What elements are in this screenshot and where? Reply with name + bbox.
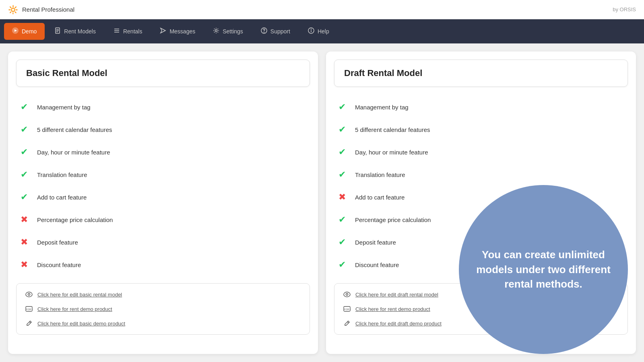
list-item: ✔ Management by tag — [334, 97, 628, 117]
feature-label: Add to cart feature — [355, 194, 405, 201]
link-edit-basic-label: Click here for edit basic rental model — [37, 292, 122, 298]
feature-label: 5 different calendar features — [355, 126, 430, 133]
svg-point-15 — [311, 29, 311, 29]
svg-point-12 — [264, 32, 264, 33]
nav-help-label: Help — [318, 28, 329, 35]
nav-demo-label: Demo — [22, 28, 37, 35]
top-bar-left: 🔆 Rental Professional — [8, 5, 74, 14]
help-circle-icon — [261, 27, 267, 35]
feature-label: Translation feature — [37, 171, 87, 178]
nav-support-label: Support — [270, 28, 290, 35]
nav-bar: Demo Rent Models Rentals Messages Settin… — [0, 19, 644, 43]
app-by: by ORSIS — [613, 6, 636, 12]
list-item: ✔ Day, hour or minute feature — [16, 142, 310, 162]
nav-item-demo[interactable]: Demo — [4, 23, 45, 40]
cross-icon: ✖ — [18, 213, 31, 226]
info-icon — [308, 27, 314, 35]
nav-rent-models-label: Rent Models — [64, 28, 96, 35]
feature-label: 5 different calendar features — [37, 126, 112, 133]
list-item: ✔ 5 different calendar features — [334, 119, 628, 140]
feature-label: Deposit feature — [37, 239, 78, 246]
feature-label: Add to cart feature — [37, 194, 87, 201]
link-edit-draft-label: Click here for edit draft rental model — [355, 292, 438, 298]
list-item: ✔ Translation feature — [16, 164, 310, 185]
check-icon: ✔ — [336, 213, 349, 226]
svg-marker-9 — [161, 28, 165, 33]
link-edit-product[interactable]: Click here for edit basic demo product — [25, 319, 301, 328]
cross-icon: ✖ — [18, 236, 31, 249]
svg-point-17 — [28, 294, 30, 296]
promo-bubble: You can create unlimited models under tw… — [459, 185, 628, 354]
check-icon: ✔ — [336, 146, 349, 158]
nav-item-rentals[interactable]: Rentals — [105, 23, 150, 40]
list-icon — [114, 27, 120, 35]
list-item: ✔ Translation feature — [334, 164, 628, 185]
feature-label: Day, hour or minute feature — [355, 149, 428, 156]
check-icon: ✔ — [18, 146, 31, 158]
right-model-title-box: Draft Rental Model — [334, 60, 628, 87]
list-item: ✔ 5 different calendar features — [16, 119, 310, 140]
left-links-box: Click here for edit basic rental model F… — [16, 283, 310, 335]
feature-label: Deposit feature — [355, 239, 396, 246]
check-icon: ✔ — [336, 101, 349, 113]
nav-item-help[interactable]: Help — [300, 23, 337, 40]
bubble-text: You can create unlimited models under tw… — [475, 247, 612, 291]
list-item: ✔ Management by tag — [16, 97, 310, 117]
nav-messages-label: Messages — [169, 28, 195, 35]
svg-point-16 — [26, 292, 32, 297]
nav-item-rent-models[interactable]: Rent Models — [46, 23, 104, 40]
play-icon — [12, 27, 19, 35]
link-rent-demo[interactable]: FOR RENT Click here for rent demo produc… — [25, 304, 301, 313]
left-card: Basic Rental Model ✔ Management by tag ✔… — [8, 51, 318, 354]
top-bar: 🔆 Rental Professional by ORSIS — [0, 0, 644, 19]
svg-line-20 — [29, 322, 31, 323]
pencil-icon — [25, 319, 33, 328]
link-edit-draft-product-label: Click here for edit draft demo product — [355, 321, 442, 327]
nav-item-settings[interactable]: Settings — [205, 23, 251, 40]
nav-item-messages[interactable]: Messages — [152, 23, 203, 40]
check-icon: ✔ — [18, 168, 31, 181]
list-item: ✖ Discount feature — [16, 254, 310, 275]
feature-label: Discount feature — [355, 261, 399, 268]
left-model-title-box: Basic Rental Model — [16, 60, 310, 87]
list-item: ✖ Percentage price calculation — [16, 209, 310, 230]
check-icon: ✔ — [336, 168, 349, 181]
left-feature-list: ✔ Management by tag ✔ 5 different calend… — [16, 97, 310, 275]
list-item: ✖ Deposit feature — [16, 232, 310, 253]
link-edit-basic[interactable]: Click here for edit basic rental model — [25, 290, 301, 299]
nav-rentals-label: Rentals — [123, 28, 142, 35]
send-icon — [160, 27, 166, 35]
feature-label: Management by tag — [355, 104, 409, 111]
main-content: Basic Rental Model ✔ Management by tag ✔… — [0, 43, 644, 362]
feature-label: Management by tag — [37, 104, 91, 111]
svg-point-21 — [344, 292, 350, 297]
svg-text:FOR RENT: FOR RENT — [26, 308, 33, 311]
check-icon: ✔ — [18, 101, 31, 113]
check-icon: ✔ — [18, 191, 31, 204]
feature-label: Translation feature — [355, 171, 405, 178]
app-logo: 🔆 — [8, 5, 18, 14]
feature-label: Discount feature — [37, 261, 81, 268]
svg-point-10 — [215, 30, 217, 32]
link-edit-product-label: Click here for edit basic demo product — [37, 321, 125, 327]
feature-label: Day, hour or minute feature — [37, 149, 110, 156]
nav-item-support[interactable]: Support — [253, 23, 298, 40]
rent-tag-icon: FOR RENT — [343, 304, 351, 313]
check-icon: ✔ — [336, 258, 349, 271]
eye-icon — [25, 290, 33, 299]
list-item: ✔ Add to cart feature — [16, 187, 310, 208]
right-model-title: Draft Rental Model — [344, 68, 618, 78]
check-icon: ✔ — [336, 123, 349, 136]
svg-text:FOR RENT: FOR RENT — [344, 308, 351, 311]
feature-label: Percentage price calculation — [37, 216, 113, 223]
file-icon — [54, 27, 61, 35]
check-icon: ✔ — [336, 236, 349, 249]
pencil-icon — [343, 319, 351, 328]
app-title: Rental Professional — [22, 6, 74, 13]
link-rent-demo-label: Click here for rent demo product — [37, 306, 112, 312]
list-item: ✔ Day, hour or minute feature — [334, 142, 628, 162]
svg-point-22 — [346, 294, 348, 296]
left-model-title: Basic Rental Model — [26, 68, 300, 78]
settings-icon — [213, 27, 219, 35]
rent-tag-icon: FOR RENT — [25, 304, 33, 313]
